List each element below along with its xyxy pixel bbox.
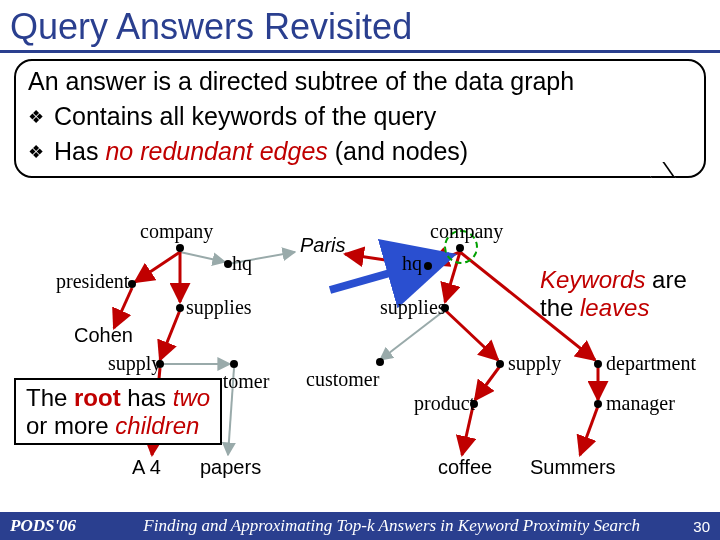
bullet2-em: no redundant edges [105,137,327,165]
label-summers: Summers [530,456,616,479]
node-customer-l [230,360,238,368]
label-customer-r: customer [306,368,379,391]
footer-conference: PODS'06 [10,516,76,536]
node-supplies-l [176,304,184,312]
node-customer-r [376,358,384,366]
title-underline [0,50,720,53]
svg-line-0 [135,252,180,282]
kw-ann-leaves: leaves [580,294,649,321]
label-paris: Paris [300,234,346,257]
bullet2-pre: Has [54,137,105,165]
node-hq-r [424,262,432,270]
root-ann-l2-pre: or more [26,412,115,439]
bullet-contains: ❖ Contains all keywords of the query [28,102,692,131]
label-product: product [414,392,475,415]
svg-line-5 [160,310,180,360]
label-papers: papers [200,456,261,479]
label-supply-l: supply [108,352,161,375]
definition-text: An answer is a directed subtree of the d… [28,67,692,96]
node-supply-r [496,360,504,368]
label-cohen: Cohen [74,324,133,347]
svg-line-1 [180,252,225,262]
bullet2-post: (and nodes) [328,137,468,165]
svg-line-15 [475,366,500,400]
label-supplies-l: supplies [186,296,252,319]
slide-title: Query Answers Revisited [0,0,720,50]
label-department: department [606,352,696,375]
label-manager: manager [606,392,675,415]
graph-diagram: company president hq supplies supply cus… [0,220,720,490]
root-annotation-box: The root has two or more children [14,378,222,445]
label-president: president [56,270,129,293]
label-a4: A 4 [132,456,161,479]
root-ann-pre: The [26,384,74,411]
keywords-annotation: Keywords are the leaves [540,266,687,321]
node-hq-l [224,260,232,268]
node-company-l [176,244,184,252]
kw-ann-l2-pre: the [540,294,580,321]
root-ann-post: has [121,384,173,411]
node-manager [594,400,602,408]
diamond-icon: ❖ [28,106,44,128]
root-ann-two: two [173,384,210,411]
label-company-r: company [430,220,503,243]
footer-page: 30 [693,518,710,535]
bullet1-text: Contains all keywords of the query [54,102,436,131]
node-company-r [456,244,464,252]
kw-ann-post: are [645,266,686,293]
definition-callout: An answer is a directed subtree of the d… [14,59,706,178]
label-company-l: company [140,220,213,243]
label-hq-r: hq [402,252,422,275]
bullet-redundant: ❖ Has no redundant edges (and nodes) [28,137,692,166]
kw-ann-kw: Keywords [540,266,645,293]
root-ann-children: children [115,412,199,439]
footer-title: Finding and Approximating Top-k Answers … [90,516,693,536]
label-hq-l: hq [232,252,252,275]
node-department [594,360,602,368]
label-supplies-r: supplies [380,296,446,319]
bullet2-text: Has no redundant edges (and nodes) [54,137,468,166]
slide-footer: PODS'06 Finding and Approximating Top-k … [0,512,720,540]
diamond-icon: ❖ [28,141,44,163]
label-coffee: coffee [438,456,492,479]
label-supply-r: supply [508,352,561,375]
svg-line-3 [114,288,132,328]
svg-line-13 [445,310,498,360]
svg-line-18 [580,406,598,455]
root-ann-root: root [74,384,121,411]
